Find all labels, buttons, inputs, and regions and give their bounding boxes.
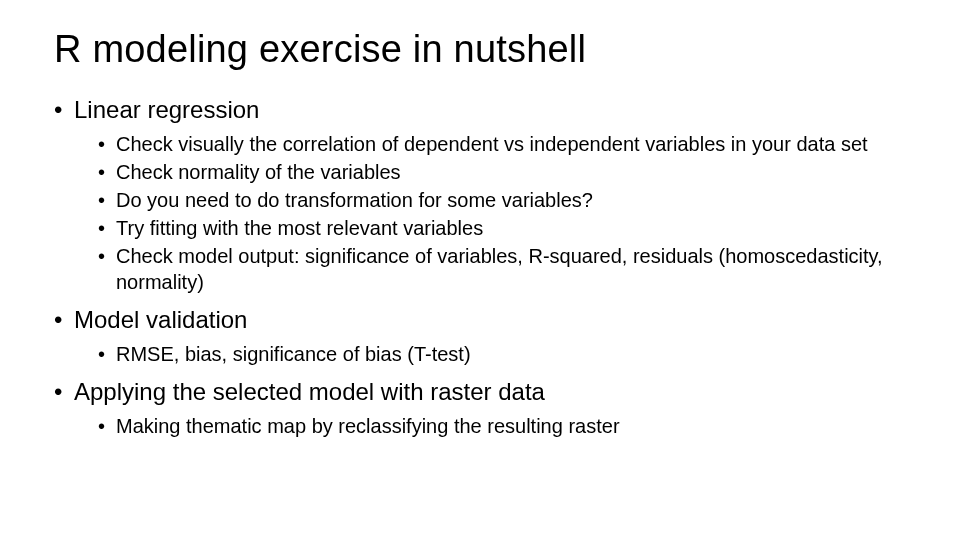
list-item: •RMSE, bias, significance of bias (T-tes… — [98, 341, 906, 367]
list-item: • Model validation •RMSE, bias, signific… — [54, 305, 906, 367]
bullet-list-level2: •RMSE, bias, significance of bias (T-tes… — [54, 341, 906, 367]
bullet-icon: • — [98, 413, 116, 439]
slide-title: R modeling exercise in nutshell — [54, 28, 906, 71]
list-item: •Making thematic map by reclassifying th… — [98, 413, 906, 439]
bullet-list-level2: •Check visually the correlation of depen… — [54, 131, 906, 295]
slide: R modeling exercise in nutshell • Linear… — [0, 0, 960, 540]
bullet-list-level1: • Linear regression •Check visually the … — [54, 95, 906, 439]
list-item-label: Try fitting with the most relevant varia… — [116, 215, 483, 241]
list-item: •Check model output: significance of var… — [98, 243, 906, 295]
list-item: •Check normality of the variables — [98, 159, 906, 185]
list-item-label: RMSE, bias, significance of bias (T-test… — [116, 341, 471, 367]
bullet-list-level2: •Making thematic map by reclassifying th… — [54, 413, 906, 439]
list-item-label: Check visually the correlation of depend… — [116, 131, 868, 157]
bullet-icon: • — [54, 95, 74, 125]
bullet-icon: • — [98, 187, 116, 213]
list-item: •Do you need to do transformation for so… — [98, 187, 906, 213]
list-item-label: Check model output: significance of vari… — [116, 243, 906, 295]
list-item-label: Do you need to do transformation for som… — [116, 187, 593, 213]
list-item: •Check visually the correlation of depen… — [98, 131, 906, 157]
bullet-icon: • — [98, 215, 116, 241]
list-item-label: Applying the selected model with raster … — [74, 377, 545, 407]
bullet-icon: • — [54, 377, 74, 407]
list-item: • Applying the selected model with raste… — [54, 377, 906, 439]
list-item: •Try fitting with the most relevant vari… — [98, 215, 906, 241]
list-item-label: Model validation — [74, 305, 247, 335]
list-item-label: Linear regression — [74, 95, 259, 125]
bullet-icon: • — [54, 305, 74, 335]
list-item-label: Making thematic map by reclassifying the… — [116, 413, 620, 439]
bullet-icon: • — [98, 131, 116, 157]
list-item-label: Check normality of the variables — [116, 159, 401, 185]
bullet-icon: • — [98, 341, 116, 367]
bullet-icon: • — [98, 243, 116, 269]
list-item: • Linear regression •Check visually the … — [54, 95, 906, 295]
bullet-icon: • — [98, 159, 116, 185]
